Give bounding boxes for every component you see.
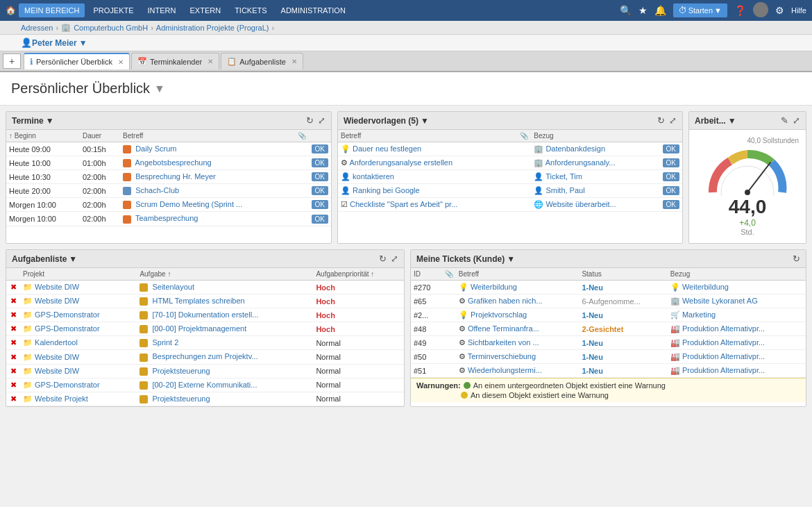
table-row[interactable]: #2... 💡 Projektvorschlag 1-Neu 🛒 Marketi… <box>411 308 806 322</box>
wieder-ok-button[interactable]: OK <box>663 158 679 167</box>
notification-icon[interactable]: 🔔 <box>654 5 666 16</box>
aufgabe-link[interactable]: Seitenlayout <box>152 283 194 291</box>
bezug-link[interactable]: Smith, Paul <box>545 186 584 194</box>
aufgabe-del-icon[interactable]: ✖ <box>6 308 20 322</box>
termin-link[interactable]: Schach-Club <box>135 186 179 194</box>
table-row[interactable]: #65 ⚙ Grafiken haben nich... 6-Aufgenomm… <box>411 294 806 308</box>
aufgaben-col-aufgabe[interactable]: Aufgabe ↑ <box>137 268 313 281</box>
wieder-expand-icon[interactable]: ⤢ <box>669 115 677 126</box>
aufgabe-link[interactable]: [00-20] Externe Kommunikati... <box>152 381 257 389</box>
wieder-ok-button[interactable]: OK <box>663 144 679 153</box>
arbeit-edit-icon[interactable]: ✎ <box>781 115 788 126</box>
aufgabe-link[interactable]: Sprint 2 <box>152 338 178 347</box>
ticket-betreff-link[interactable]: Grafiken haben nich... <box>468 297 543 305</box>
nav-intern[interactable]: INTERN <box>142 3 182 17</box>
aufgabe-del-icon[interactable]: ✖ <box>6 336 20 350</box>
table-row[interactable]: 👤 Ranking bei Google 👤 Smith, Paul OK <box>338 184 682 198</box>
table-row[interactable]: Heute 10:00 01:00h Angebotsbesprechung O… <box>6 156 331 170</box>
wieder-link[interactable]: kontaktieren <box>353 172 394 181</box>
aufgabe-del-icon[interactable]: ✖ <box>6 294 20 308</box>
wieder-link[interactable]: Ranking bei Google <box>353 186 420 194</box>
ticket-betreff-link[interactable]: Sichtbarkeiten von ... <box>468 338 539 347</box>
ticket-bezug-link[interactable]: Website Lykoranet AG <box>682 297 758 305</box>
bezug-link[interactable]: Ticket, Tim <box>545 172 582 181</box>
termin-ok-button[interactable]: OK <box>312 158 328 167</box>
settings-icon[interactable]: ⚙ <box>775 5 784 16</box>
aufgabe-link[interactable]: [00-00] Projektmanagement <box>152 324 246 333</box>
table-row[interactable]: #51 ⚙ Wiederholungstermi... 1-Neu 🏭 Prod… <box>411 364 806 378</box>
projekt-link[interactable]: Website DIW <box>35 367 79 375</box>
wiedervorlagen-title[interactable]: Wiedervorlagen (5) ▼ <box>344 116 429 126</box>
table-row[interactable]: ✖ 📁 Website DIW Seitenlayout Hoch <box>6 281 404 294</box>
wieder-col-bezug[interactable]: Bezug <box>531 130 659 142</box>
aufgaben-refresh-icon[interactable]: ↻ <box>379 254 387 264</box>
ticket-bezug-link[interactable]: Marketing <box>682 310 716 319</box>
termin-link[interactable]: Besprechung Hr. Meyer <box>135 172 216 181</box>
tab-aufgabenliste[interactable]: 📋 Aufgabenliste ✕ <box>221 53 303 69</box>
termine-expand-icon[interactable]: ⤢ <box>318 115 325 126</box>
table-row[interactable]: #48 ⚙ Offene Terminanfra... 2-Gesichtet … <box>411 322 806 336</box>
aufgabe-link[interactable]: HTML Templates schreiben <box>152 297 244 305</box>
tab-persoenlicher-ueberblick[interactable]: ℹ Persönlicher Überblick ✕ <box>24 53 130 69</box>
add-tab-button[interactable]: + <box>3 53 21 69</box>
arbeit-title[interactable]: Arbeit... ▼ <box>695 116 736 126</box>
table-row[interactable]: ✖ 📁 Website Projekt Projektsteuerung Nor… <box>6 392 404 406</box>
table-row[interactable]: Heute 10:30 02:00h Besprechung Hr. Meyer… <box>6 170 331 184</box>
favorite-icon[interactable]: ★ <box>638 5 648 16</box>
user-name[interactable]: Peter Meier ▼ <box>32 38 87 48</box>
ticket-bezug-link[interactable]: Weiterbildung <box>682 283 729 291</box>
col-beginn[interactable]: ↑ Beginn <box>6 130 80 142</box>
termin-ok-button[interactable]: OK <box>312 215 328 224</box>
aufgabe-link[interactable]: [70-10] Dokumentation erstell... <box>152 310 258 319</box>
aufgabe-del-icon[interactable]: ✖ <box>6 364 20 378</box>
termine-title[interactable]: Termine ▼ <box>12 116 54 126</box>
projekt-link[interactable]: Website Projekt <box>35 394 88 403</box>
projekt-link[interactable]: GPS-Demonstrator <box>35 310 100 319</box>
bezug-link[interactable]: Website überarbeit... <box>545 200 616 208</box>
table-row[interactable]: #49 ⚙ Sichtbarkeiten von ... 1-Neu 🏭 Pro… <box>411 336 806 350</box>
nav-mein-bereich[interactable]: MEIN BEREICH <box>19 3 85 17</box>
aufgabe-del-icon[interactable]: ✖ <box>6 322 20 336</box>
ticket-betreff-link[interactable]: Terminverschiebung <box>468 352 536 360</box>
aufgaben-expand-icon[interactable]: ⤢ <box>391 254 398 264</box>
wieder-refresh-icon[interactable]: ↻ <box>657 115 665 126</box>
help-question-icon[interactable]: ❓ <box>734 5 746 16</box>
tab-close-terminkalender[interactable]: ✕ <box>208 58 213 65</box>
ticket-betreff-link[interactable]: Offene Terminanfra... <box>468 324 539 333</box>
ticket-bezug-link[interactable]: Produktion Alternativpr... <box>682 338 765 347</box>
tickets-col-betreff[interactable]: Betreff <box>456 268 580 281</box>
ticket-bezug-link[interactable]: Produktion Alternativpr... <box>682 352 765 360</box>
ticket-bezug-link[interactable]: Produktion Alternativpr... <box>682 324 765 333</box>
termin-link[interactable]: Teambesprechung <box>135 214 198 222</box>
wieder-col-betreff[interactable]: Betreff <box>338 130 517 142</box>
table-row[interactable]: Morgen 10:00 02:00h Teambesprechung OK <box>6 212 331 226</box>
aufgabe-del-icon[interactable]: ✖ <box>6 350 20 364</box>
projekt-link[interactable]: Website DIW <box>35 283 79 291</box>
table-row[interactable]: 💡 Dauer neu festlegen 🏢 Datenbankdesign … <box>338 142 682 156</box>
table-row[interactable]: Morgen 10:00 02:00h Scrum Demo Meeting (… <box>6 198 331 212</box>
projekt-link[interactable]: Kalendertool <box>35 338 78 347</box>
aufgabe-del-icon[interactable]: ✖ <box>6 392 20 406</box>
nav-projekte[interactable]: PROJEKTE <box>87 3 139 17</box>
table-row[interactable]: 👤 kontaktieren 👤 Ticket, Tim OK <box>338 170 682 184</box>
tickets-col-bezug[interactable]: Bezug <box>668 268 806 281</box>
aufgabe-link[interactable]: Besprechungen zum Projektv... <box>152 352 257 360</box>
termin-ok-button[interactable]: OK <box>312 172 328 181</box>
table-row[interactable]: ✖ 📁 Website DIW Projektsteuerung Normal <box>6 364 404 378</box>
aufgaben-col-projekt[interactable]: Projekt <box>20 268 137 281</box>
termin-link[interactable]: Angebotsbesprechung <box>135 158 212 167</box>
nav-administration[interactable]: ADMINISTRATION <box>276 3 351 17</box>
tab-terminkalender[interactable]: 📅 Terminkalender ✕ <box>131 53 219 69</box>
col-dauer[interactable]: Dauer <box>80 130 120 142</box>
table-row[interactable]: ✖ 📁 GPS-Demonstrator [00-00] Projektmana… <box>6 322 404 336</box>
table-row[interactable]: ✖ 📁 GPS-Demonstrator [00-20] Externe Kom… <box>6 378 404 392</box>
bezug-link[interactable]: Datenbankdesign <box>545 144 605 153</box>
breadcrumb-admin[interactable]: Administration Projekte (PrograL) <box>156 24 269 32</box>
table-row[interactable]: #50 ⚙ Terminverschiebung 1-Neu 🏭 Produkt… <box>411 350 806 364</box>
table-row[interactable]: ✖ 📁 Website DIW HTML Templates schreiben… <box>6 294 404 308</box>
breadcrumb-company[interactable]: Computerbuch GmbH <box>74 24 148 32</box>
aufgabe-link[interactable]: Projektsteuerung <box>152 367 210 375</box>
ticket-betreff-link[interactable]: Weiterbildung <box>471 283 517 291</box>
termine-refresh-icon[interactable]: ↻ <box>306 115 314 126</box>
wieder-link[interactable]: Dauer neu festlegen <box>353 144 421 153</box>
